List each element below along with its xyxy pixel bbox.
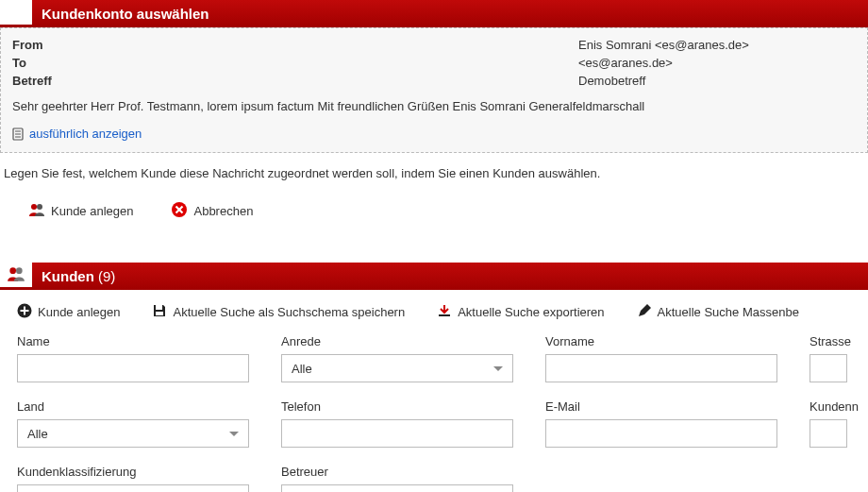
- svg-point-10: [16, 267, 23, 274]
- name-label: Name: [17, 334, 249, 348]
- name-input[interactable]: [17, 354, 249, 382]
- header-customers: Kunden (9): [0, 263, 868, 290]
- create-customer-button[interactable]: Kunde anlegen: [28, 201, 133, 221]
- betreuer-select[interactable]: Alle: [281, 484, 513, 492]
- to-label: To: [12, 56, 578, 70]
- subject-row: Betreff Demobetreff: [12, 74, 856, 88]
- subject-label: Betreff: [12, 74, 578, 88]
- toolbar-save-schema-button[interactable]: Aktuelle Suche als Suchschema speichern: [152, 303, 405, 321]
- toolbar-export-button[interactable]: Aktuelle Suche exportieren: [437, 303, 604, 321]
- header-customers-count: (9): [98, 268, 115, 284]
- subject-value: Demobetreff: [578, 74, 645, 88]
- show-details-link[interactable]: ausführlich anzeigen: [29, 127, 142, 141]
- create-customer-label: Kunde anlegen: [51, 204, 133, 218]
- from-row: From Enis Somrani <es@aranes.de>: [12, 38, 856, 52]
- chevron-down-icon: [493, 366, 503, 371]
- toolbar-create-label: Kunde anlegen: [38, 305, 120, 319]
- land-label: Land: [17, 399, 249, 414]
- toolbar-massedit-button[interactable]: Aktuelle Suche Massenbe: [637, 303, 799, 321]
- to-row: To <es@aranes.de>: [12, 56, 856, 70]
- pencil-icon: [637, 303, 652, 321]
- header-title: Kundenkonto auswählen: [42, 6, 209, 22]
- email-input[interactable]: [545, 419, 777, 448]
- svg-point-4: [31, 204, 37, 210]
- telefon-input[interactable]: [281, 419, 513, 448]
- action-row: Kunde anlegen Abbrechen: [0, 180, 868, 242]
- download-icon: [437, 303, 452, 321]
- strasse-input[interactable]: [810, 354, 847, 382]
- land-select[interactable]: Alle: [17, 419, 249, 448]
- from-label: From: [12, 38, 578, 52]
- anrede-select[interactable]: Alle: [281, 354, 513, 382]
- betreuer-label: Betreuer: [281, 465, 513, 479]
- filter-grid: Name Land Alle Kundenklassifizierung Anr…: [0, 334, 868, 492]
- toolbar-export-label: Aktuelle Suche exportieren: [458, 305, 604, 319]
- email-label: E-Mail: [545, 399, 777, 414]
- land-value: Alle: [27, 427, 48, 441]
- svg-point-9: [9, 267, 16, 274]
- save-icon: [152, 303, 167, 321]
- header-select-account: Kundenkonto auswählen: [0, 0, 868, 27]
- document-icon: [12, 127, 24, 141]
- plus-circle-icon: [17, 303, 32, 321]
- anrede-label: Anrede: [281, 334, 513, 348]
- header-customers-title: Kunden: [42, 268, 94, 284]
- cancel-label: Abbrechen: [193, 204, 253, 218]
- klass-input[interactable]: [17, 484, 249, 492]
- message-info-box: From Enis Somrani <es@aranes.de> To <es@…: [0, 27, 868, 153]
- svg-point-5: [37, 204, 42, 210]
- toolbar-create-customer-button[interactable]: Kunde anlegen: [17, 303, 120, 321]
- header-icon-slot: [0, 0, 32, 25]
- toolbar-save-schema-label: Aktuelle Suche als Suchschema speichern: [173, 305, 405, 319]
- instruction-text: Legen Sie fest, welchem Kunde diese Nach…: [0, 153, 868, 180]
- cancel-button[interactable]: Abbrechen: [171, 201, 253, 221]
- people-icon: [28, 201, 45, 221]
- header-customers-icon: [0, 261, 32, 287]
- svg-rect-14: [156, 305, 162, 310]
- telefon-label: Telefon: [281, 399, 513, 414]
- svg-rect-15: [156, 312, 163, 315]
- to-value: <es@aranes.de>: [578, 56, 673, 70]
- from-value: Enis Somrani <es@aranes.de>: [578, 38, 749, 52]
- toolbar-massedit-label: Aktuelle Suche Massenbe: [658, 305, 799, 319]
- vorname-input[interactable]: [545, 354, 777, 382]
- strasse-label: Strasse: [810, 334, 859, 348]
- chevron-down-icon: [229, 432, 239, 436]
- klass-label: Kundenklassifizierung: [17, 465, 249, 479]
- anrede-value: Alle: [292, 362, 312, 376]
- cancel-icon: [171, 201, 188, 221]
- customers-toolbar: Kunde anlegen Aktuelle Suche als Suchsch…: [0, 290, 868, 334]
- kundennr-label: Kundenn: [810, 399, 859, 414]
- vorname-label: Vorname: [545, 334, 777, 348]
- kundennr-input[interactable]: [810, 419, 847, 448]
- message-body-preview: Sehr geehrter Herr Prof. Testmann, lorem…: [12, 99, 856, 113]
